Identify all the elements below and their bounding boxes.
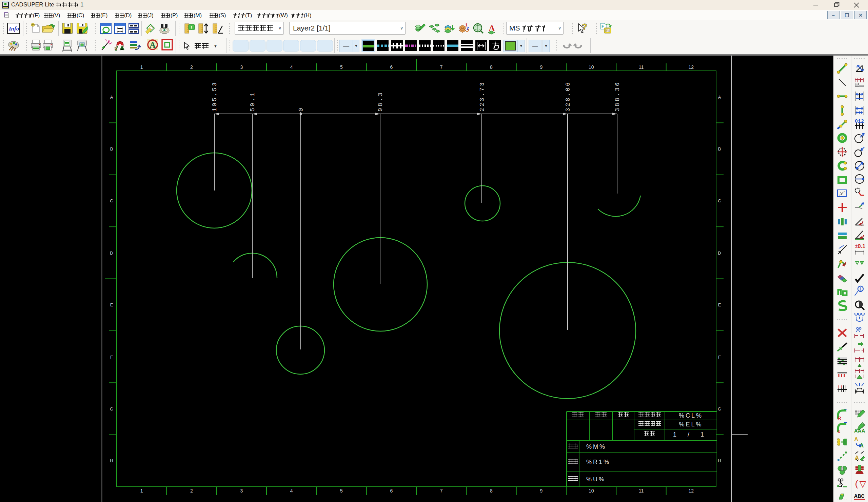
svg-text:R: R <box>837 415 841 421</box>
svg-text:1: 1 <box>859 286 861 292</box>
svg-text:(▽): (▽) <box>854 479 866 490</box>
svg-text:ABC: ABC <box>854 493 865 500</box>
svg-text:c: c <box>837 428 840 434</box>
svg-text:A: A <box>855 454 859 461</box>
svg-text:±0.1: ±0.1 <box>855 243 865 249</box>
svg-text:AAA: AAA <box>854 428 865 433</box>
svg-text:A: A <box>854 436 858 443</box>
